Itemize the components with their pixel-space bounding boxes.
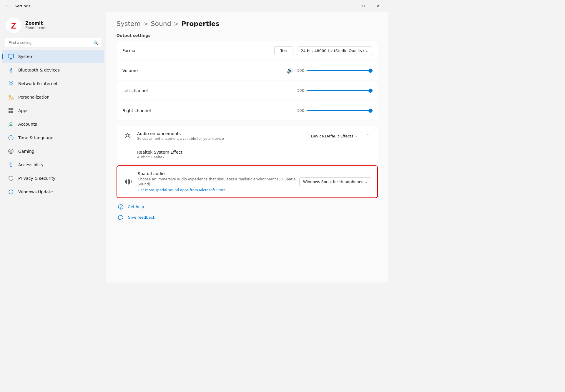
sidebar-item-time[interactable]: Time & language (2, 131, 104, 144)
gaming-icon (8, 148, 14, 155)
realtek-title: Realtek System Effect (137, 150, 372, 155)
sidebar-item-privacy[interactable]: Privacy & security (2, 172, 104, 185)
spatial-audio-icon (123, 176, 134, 187)
spatial-audio-title: Spatial audio (138, 171, 299, 176)
format-chevron-icon: ⌄ (366, 49, 368, 52)
volume-slider[interactable] (307, 70, 372, 71)
sidebar-item-bluetooth-label: Bluetooth & devices (18, 68, 60, 72)
sidebar-item-personalization-label: Personalization (18, 95, 49, 99)
breadcrumb: System > Sound > Properties (117, 20, 378, 27)
sidebar-item-accessibility-label: Accessibility (18, 162, 44, 167)
svg-point-6 (9, 95, 10, 97)
title-bar: ← Settings ─ □ ✕ (0, 0, 388, 12)
sidebar-item-network-label: Network & internet (18, 81, 58, 86)
sidebar-item-accessibility[interactable]: Accessibility (2, 158, 104, 172)
svg-rect-19 (126, 180, 127, 184)
volume-card: Volume 🔊 100 (117, 61, 378, 80)
update-icon (8, 189, 14, 195)
svg-rect-2 (8, 54, 14, 58)
network-icon (8, 80, 14, 87)
give-feedback-icon (117, 213, 125, 222)
search-icon: 🔍 (93, 40, 98, 45)
search-input[interactable] (5, 38, 101, 47)
breadcrumb-current: Properties (181, 20, 220, 27)
spatial-audio-dropdown[interactable]: Windows Sonic for Headphones ⌄ (299, 177, 371, 186)
svg-rect-20 (128, 179, 129, 185)
sidebar-item-system-label: System (18, 54, 34, 59)
effect-dropdown[interactable]: Device Default Effects ⌄ (307, 132, 361, 140)
get-help-link[interactable]: Get help (117, 203, 378, 211)
sidebar-nav: System Bluetooth & devices Network & int… (0, 50, 106, 199)
minimize-button[interactable]: ─ (342, 1, 355, 11)
left-channel-row: Left channel 100 (117, 81, 378, 100)
footer-links: Get help Give feedback (117, 203, 378, 222)
search-bar: 🔍 (5, 38, 101, 47)
spatial-audio-desc: Choose an immersive audio experience tha… (138, 177, 299, 187)
format-label: Format (122, 48, 274, 53)
right-channel-label: Right channel (122, 108, 296, 113)
output-settings-label: Output settings (117, 33, 378, 38)
volume-controls: 🔊 100 (287, 67, 372, 74)
breadcrumb-sep1: > (143, 20, 148, 27)
format-value: 24 bit, 48000 Hz (Studio Quality) (301, 49, 364, 53)
svg-rect-8 (11, 108, 13, 110)
right-channel-controls: 100 (296, 108, 372, 113)
user-info: Zoomit Zoomit.com (25, 21, 46, 30)
sidebar-item-update-label: Windows Update (18, 190, 53, 194)
sidebar-item-accounts[interactable]: Accounts (2, 117, 104, 131)
spatial-audio-text: Spatial audio Choose an immersive audio … (138, 171, 299, 192)
left-channel-controls: 100 (296, 88, 372, 93)
maximize-button[interactable]: □ (357, 1, 370, 11)
get-help-text: Get help (128, 205, 144, 209)
close-button[interactable]: ✕ (371, 1, 385, 11)
collapse-button[interactable]: ⌃ (364, 132, 372, 140)
volume-icon: 🔊 (287, 67, 293, 74)
sidebar-item-system[interactable]: System (2, 50, 104, 63)
format-row: Format Test 24 bit, 48000 Hz (Studio Qua… (117, 41, 378, 60)
left-channel-card: Left channel 100 (117, 81, 378, 100)
sidebar-item-update[interactable]: Windows Update (2, 185, 104, 199)
accounts-icon (8, 121, 14, 127)
give-feedback-link[interactable]: Give feedback (117, 213, 378, 222)
user-profile: Z Zoomit Zoomit.com (0, 12, 106, 38)
sidebar-item-bluetooth[interactable]: Bluetooth & devices (2, 63, 104, 77)
audio-enhancements-icon (122, 131, 133, 141)
spatial-audio-value: Windows Sonic for Headphones (303, 180, 363, 184)
spatial-audio-link[interactable]: Get more spatial sound apps from Microso… (138, 188, 299, 192)
svg-rect-9 (9, 111, 11, 113)
spatial-audio-row: Spatial audio Choose an immersive audio … (117, 166, 377, 197)
avatar: Z (6, 18, 21, 33)
audio-enhancements-header: Audio enhancements Select an enhancement… (117, 126, 378, 146)
right-channel-value: 100 (296, 108, 304, 113)
get-help-icon (117, 203, 125, 211)
spatial-audio-card: Spatial audio Choose an immersive audio … (117, 165, 378, 198)
privacy-icon (8, 175, 14, 182)
user-subtitle: Zoomit.com (25, 26, 46, 30)
breadcrumb-sound: Sound (151, 20, 171, 27)
audio-enhancements-subtitle: Select an enhancement available for your… (137, 137, 307, 141)
format-dropdown[interactable]: 24 bit, 48000 Hz (Studio Quality) ⌄ (297, 46, 372, 55)
sidebar-item-apps[interactable]: Apps (2, 104, 104, 117)
format-controls: Test 24 bit, 48000 Hz (Studio Quality) ⌄ (274, 46, 372, 55)
system-icon (8, 53, 14, 60)
svg-rect-3 (10, 58, 12, 59)
sidebar-item-accounts-label: Accounts (18, 122, 37, 127)
sidebar-item-network[interactable]: Network & internet (2, 77, 104, 90)
settings-window: ← Settings ─ □ ✕ Z Zoomit Zoomit.c (0, 0, 388, 283)
test-button[interactable]: Test (274, 46, 294, 55)
sidebar-item-gaming[interactable]: Gaming (2, 144, 104, 158)
svg-text:Z: Z (11, 21, 16, 30)
svg-point-5 (11, 84, 11, 85)
right-channel-slider[interactable] (307, 110, 372, 111)
svg-rect-4 (9, 59, 13, 59)
svg-rect-21 (129, 180, 130, 184)
svg-rect-22 (131, 180, 132, 183)
avatar-logo: Z (6, 18, 21, 33)
svg-rect-7 (9, 108, 11, 110)
audio-enhancements-body: Realtek System Effect Author: Realtek (117, 146, 378, 163)
back-button[interactable]: ← (4, 2, 12, 10)
sidebar-item-personalization[interactable]: Personalization (2, 90, 104, 104)
left-channel-slider[interactable] (307, 90, 372, 91)
sidebar-item-apps-label: Apps (18, 108, 29, 113)
left-channel-value: 100 (296, 88, 304, 93)
